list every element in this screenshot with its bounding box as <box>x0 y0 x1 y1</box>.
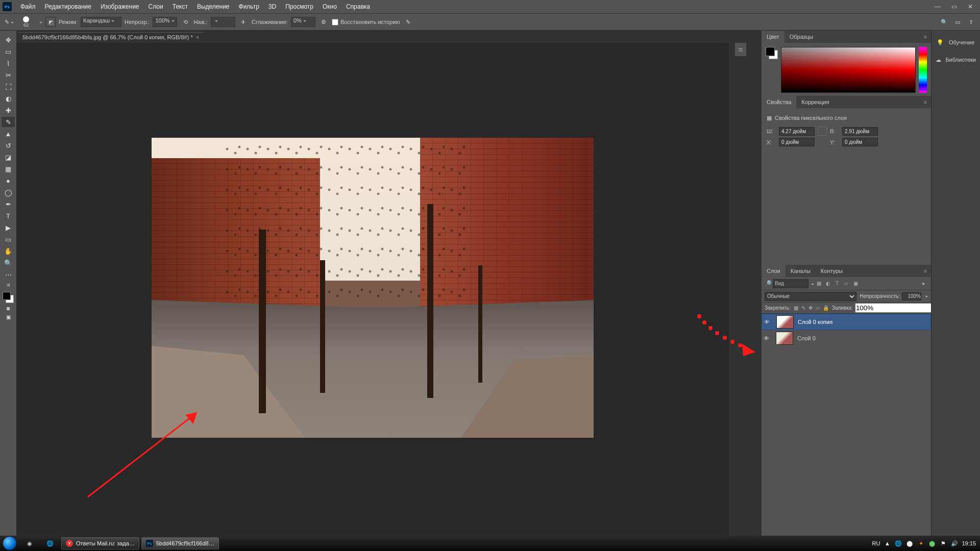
zoom-tool[interactable]: 🔍 <box>2 258 15 268</box>
pen-tool[interactable]: ✒ <box>2 199 15 209</box>
path-select-tool[interactable]: ▶ <box>2 222 15 233</box>
layers-panel-menu[interactable]: ≡ <box>920 268 931 274</box>
color-panel-swatch[interactable] <box>766 47 778 59</box>
tray-lang[interactable]: RU <box>872 540 880 546</box>
blur-tool[interactable]: ● <box>2 176 15 186</box>
prop-x-field[interactable]: 0 дюйм <box>779 138 815 146</box>
edit-toolbar[interactable]: ⋯ <box>2 269 15 280</box>
layers-filter-kind[interactable] <box>773 279 808 288</box>
tab-adjustments[interactable]: Коррекция <box>796 96 834 108</box>
layer-item[interactable]: 👁 Слой 0 <box>762 330 931 346</box>
menu-select[interactable]: Выделение <box>192 3 234 10</box>
eyedropper-tool[interactable]: ◐ <box>2 93 15 104</box>
maximize-button[interactable]: ▭ <box>947 3 961 10</box>
hand-tool[interactable]: ✋ <box>2 246 15 256</box>
history-check[interactable] <box>332 19 338 26</box>
tray-volume-icon[interactable]: 🔊 <box>950 539 959 547</box>
lock-artboard-icon[interactable]: ▱ <box>816 304 820 312</box>
workspace-icon[interactable]: ▭ <box>952 17 963 27</box>
color-panel-menu[interactable]: ≡ <box>920 34 931 40</box>
search-icon[interactable]: 🔍 <box>939 17 949 27</box>
menu-3d[interactable]: 3D <box>264 3 281 10</box>
hue-strip[interactable] <box>919 47 927 93</box>
layer-fill-field[interactable] <box>855 303 943 313</box>
flow-select[interactable] <box>211 17 235 27</box>
history-checkbox[interactable]: Восстановить историю <box>332 19 400 26</box>
learn-panel-button[interactable]: 💡 Обучение <box>932 34 980 51</box>
lock-all-icon[interactable]: 🔒 <box>823 304 829 312</box>
stamp-tool[interactable]: ▲ <box>2 129 15 139</box>
menu-view[interactable]: Просмотр <box>281 3 318 10</box>
menu-help[interactable]: Справка <box>341 3 375 10</box>
pressure-opacity-icon[interactable]: ⟲ <box>180 17 190 27</box>
tab-channels[interactable]: Каналы <box>786 265 816 277</box>
tab-properties[interactable]: Свойства <box>762 96 796 108</box>
lock-pixels-icon[interactable]: ▦ <box>794 304 798 312</box>
filter-type-icon[interactable]: T <box>832 279 842 288</box>
tray-app3-icon[interactable]: ⬤ <box>928 539 936 547</box>
color-swatch[interactable] <box>3 292 14 303</box>
lock-move-icon[interactable]: ✥ <box>808 304 813 312</box>
marquee-tool[interactable]: ▭ <box>2 46 15 57</box>
color-field[interactable] <box>781 47 916 93</box>
tray-show-hidden-icon[interactable]: ▲ <box>883 539 891 547</box>
prop-w-field[interactable]: 4.27 дюйм <box>779 127 815 136</box>
layer-opacity-field[interactable] <box>902 292 921 300</box>
menu-edit[interactable]: Редактирование <box>40 3 96 10</box>
prop-h-field[interactable]: 2.91 дюйм <box>842 127 878 136</box>
menu-type[interactable]: Текст <box>168 3 192 10</box>
brush-tool[interactable]: ✎ <box>2 117 15 127</box>
dodge-tool[interactable]: ◯ <box>2 187 15 197</box>
layer-thumbnail[interactable] <box>776 315 794 329</box>
opacity-select[interactable]: 100% <box>153 17 177 27</box>
tray-clock[interactable]: 19:15 <box>962 540 976 546</box>
airbrush-icon[interactable]: ✈ <box>238 17 249 27</box>
tray-app1-icon[interactable]: ⬤ <box>905 539 914 547</box>
menu-window[interactable]: Окно <box>318 3 341 10</box>
tray-action-center-icon[interactable]: ⚑ <box>939 539 947 547</box>
layer-name[interactable]: Слой 0 копия <box>798 319 832 325</box>
layer-visibility-icon[interactable]: 👁 <box>764 335 772 341</box>
history-dock-icon[interactable]: ⧉ <box>735 43 746 56</box>
screenmode-icon[interactable]: ▣ <box>4 313 13 320</box>
tab-swatches[interactable]: Образцы <box>785 31 818 43</box>
lock-position-icon[interactable]: ✎ <box>801 304 805 312</box>
tab-paths[interactable]: Контуры <box>816 265 848 277</box>
menu-image[interactable]: Изображение <box>96 3 144 10</box>
start-button[interactable] <box>0 536 19 551</box>
quick-select-tool[interactable]: ✂ <box>2 70 15 80</box>
document-tab[interactable]: 5bdd4679cf9cf166d85b4bfa.jpg @ 66,7% (Сл… <box>18 32 203 42</box>
mode-select[interactable]: Карандаш <box>81 17 121 27</box>
move-tool[interactable]: ✥ <box>2 35 15 45</box>
pressure-size-icon[interactable]: ✎ <box>403 17 413 27</box>
brush-dropdown[interactable] <box>38 19 42 25</box>
eraser-tool[interactable]: ◪ <box>2 152 15 162</box>
brush-preview[interactable]: 62 <box>17 15 35 29</box>
link-wh-icon[interactable] <box>818 127 827 136</box>
tab-color[interactable]: Цвет <box>762 31 785 43</box>
foreground-color[interactable] <box>3 292 11 300</box>
menu-layer[interactable]: Слои <box>144 3 168 10</box>
smoothing-options-icon[interactable]: ⚙ <box>318 17 329 27</box>
tool-preset-picker[interactable]: ✎ <box>4 17 14 27</box>
canvas-area[interactable] <box>16 43 729 536</box>
taskbar-task-photoshop[interactable]: Ps 5bdd4679cf9cf166d8… <box>141 537 219 549</box>
share-icon[interactable]: ⇪ <box>966 17 976 27</box>
minimize-button[interactable]: — <box>930 3 945 10</box>
history-brush-tool[interactable]: ↺ <box>2 140 15 151</box>
layer-name[interactable]: Слой 0 <box>797 335 816 341</box>
prop-y-field[interactable]: 0 дюйм <box>842 138 878 146</box>
taskbar-pin-2[interactable]: 🌐 <box>40 537 60 550</box>
blend-mode-select[interactable]: Обычные <box>765 292 856 301</box>
crop-tool[interactable]: ⛶ <box>2 82 15 92</box>
healing-tool[interactable]: ✚ <box>2 105 15 115</box>
libraries-panel-button[interactable]: ☁ Библиотеки <box>932 51 980 68</box>
close-button[interactable]: ✕ <box>963 3 977 10</box>
properties-panel-menu[interactable]: ≡ <box>920 99 931 105</box>
menu-filter[interactable]: Фильтр <box>234 3 264 10</box>
gradient-tool[interactable]: ▦ <box>2 164 15 174</box>
taskbar-task-browser[interactable]: Y Ответы Mail.ru: зада… <box>61 537 139 549</box>
layer-visibility-icon[interactable]: 👁 <box>764 319 772 325</box>
taskbar-pin-1[interactable]: ◉ <box>19 537 40 550</box>
tray-network-icon[interactable]: 🌐 <box>894 539 902 547</box>
